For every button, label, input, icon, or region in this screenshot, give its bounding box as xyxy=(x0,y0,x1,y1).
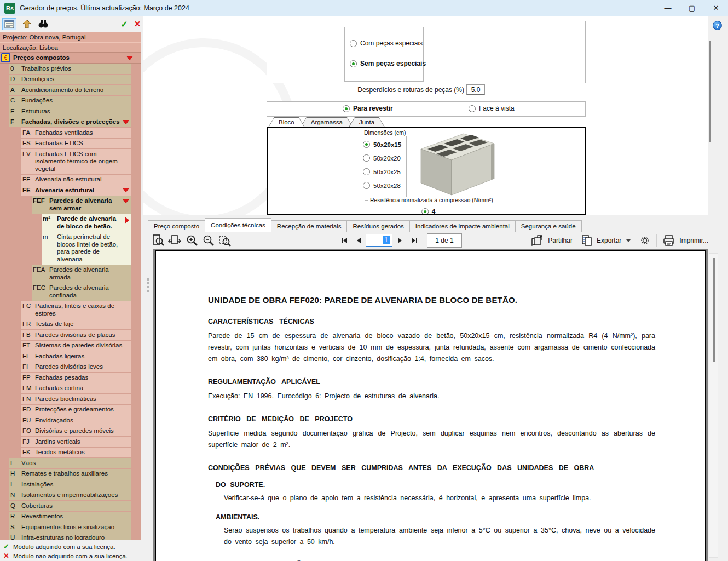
tree-item-FU[interactable]: FUEnvidraçados xyxy=(21,415,131,426)
export-button[interactable]: Exportar xyxy=(597,237,621,244)
radio-finish-1[interactable]: Face à vista xyxy=(469,105,515,112)
page-number-input[interactable]: 1 xyxy=(366,234,392,247)
tree-item-0[interactable]: 0Trabalhos prévios xyxy=(9,64,131,74)
doc-h3: DO SUPORTE. xyxy=(216,481,655,489)
tree-item-FA[interactable]: FAFachadas ventiladas xyxy=(21,128,131,138)
zoom-window-icon[interactable] xyxy=(218,233,232,248)
tree-item-A[interactable]: AAcondicionamento do terreno xyxy=(9,85,131,95)
tree-item-L[interactable]: LVãos xyxy=(9,458,131,468)
tree-item-FJ[interactable]: FJJardins verticais xyxy=(21,437,131,447)
document-scrollbar[interactable] xyxy=(709,253,718,558)
tree-item-I[interactable]: IInstalações xyxy=(9,479,131,490)
close-button[interactable]: ✕ xyxy=(704,0,728,16)
block-tab-bloco[interactable]: Bloco xyxy=(268,117,305,127)
tree-header[interactable]: € Preços compostos xyxy=(0,53,141,64)
tree-item-Q[interactable]: QCoberturas xyxy=(9,501,131,511)
tree-item-m[interactable]: mCinta perimetral de blocos lintel de be… xyxy=(42,232,131,265)
tab-condi-es-t-cnicas[interactable]: Condições técnicas xyxy=(205,218,271,232)
tree-item-code: 0 xyxy=(10,65,21,73)
form-view-icon[interactable] xyxy=(2,18,16,30)
search-icon[interactable] xyxy=(36,18,50,30)
accept-icon[interactable]: ✓ xyxy=(117,18,131,30)
tree-item-FK[interactable]: FKTecidos metálicos xyxy=(21,448,131,458)
print-button[interactable]: Imprimir... xyxy=(679,237,708,244)
window-title: Gerador de preços. Última actualização: … xyxy=(20,0,189,16)
tree-item-FD[interactable]: FDProtecções e gradeamentos xyxy=(21,405,131,415)
dimensions-fieldset: Dimensões (cm) 50x20x1550x20x2050x20x255… xyxy=(359,133,407,197)
tab-indicadores-de-impacte-ambiental[interactable]: Indicadores de impacte ambiental xyxy=(409,220,516,232)
share-icon[interactable] xyxy=(531,234,544,247)
location-row[interactable]: Localização: Lisboa xyxy=(0,42,141,53)
tree-item-label: Fachadas, divisões e protecções xyxy=(21,118,130,126)
panel-splitter[interactable] xyxy=(143,249,153,561)
level-up-icon[interactable] xyxy=(20,18,34,30)
tree-item-FF[interactable]: FFAlvenaria não estrutural xyxy=(21,175,131,185)
tree-item-FT[interactable]: FTSistemas de paredes divisórias xyxy=(21,341,131,351)
tree-item-FEA[interactable]: FEAParedes de alvenaria armada xyxy=(32,265,131,283)
print-icon[interactable] xyxy=(662,234,675,247)
minimize-button[interactable]: — xyxy=(656,0,680,16)
block-tab-junta[interactable]: Junta xyxy=(349,117,385,127)
tab-recep-o-de-materiais[interactable]: Recepção de materiais xyxy=(271,220,348,232)
tree-item-S[interactable]: SEquipamentos fixos e sinalização xyxy=(9,522,131,533)
tree-item-U[interactable]: UInfra-estruturas no logradouro xyxy=(9,533,131,540)
tree-item-FM[interactable]: FMFachadas cortina xyxy=(21,383,131,394)
scrollbar-thumb[interactable] xyxy=(713,258,715,362)
cancel-icon[interactable]: ✕ xyxy=(130,18,145,30)
maximize-button[interactable]: ▢ xyxy=(680,0,704,16)
tree-item-F[interactable]: FFachadas, divisões e protecções xyxy=(9,117,131,128)
radio-dimension-2[interactable]: 50x20x25 xyxy=(363,168,406,175)
block-tab-argamassa[interactable]: Argamassa xyxy=(301,117,353,127)
tree-item-label: Cinta perimetral de blocos lintel de bet… xyxy=(57,233,130,263)
tree-item-m²[interactable]: m²Parede de alvenaria de bloco de betão. xyxy=(42,214,131,232)
next-page-icon[interactable] xyxy=(395,236,405,245)
tree-item-E[interactable]: EEstruturas xyxy=(9,106,131,117)
tree-item-code: FJ xyxy=(22,438,35,446)
radio-dimension-0[interactable]: 50x20x15 xyxy=(363,141,406,148)
radio-special-pieces-1[interactable]: Sem peças especiais xyxy=(350,60,423,67)
fit-width-icon[interactable] xyxy=(167,233,182,248)
tree-item-H[interactable]: HRemates e trabalhos auxiliares xyxy=(9,469,131,479)
tree-item-FI[interactable]: FIParedes divisórias leves xyxy=(21,362,131,373)
tree-item-label: Fachadas ETICS com isolamento térmico de… xyxy=(35,151,130,173)
radio-circle-icon xyxy=(350,60,357,67)
export-icon[interactable] xyxy=(581,234,593,247)
tree-item-FE[interactable]: FEAlvenaria estrutural xyxy=(21,185,131,196)
tree-item-D[interactable]: DDemolições xyxy=(9,75,131,85)
radio-special-pieces-0[interactable]: Com peças especiais xyxy=(350,39,423,47)
radio-finish-0[interactable]: Para revestir xyxy=(343,105,393,112)
tab-seguran-a-e-sa-de[interactable]: Segurança e saúde xyxy=(515,220,582,232)
radio-dimension-3[interactable]: 50x20x28 xyxy=(363,182,406,189)
radio-resistance-0[interactable]: 4 xyxy=(421,208,436,215)
tab-pre-o-composto[interactable]: Preço composto xyxy=(148,220,205,232)
tree-item-FR[interactable]: FRTestas de laje xyxy=(21,319,131,330)
tree-item-label: Demolições xyxy=(21,76,130,83)
tree-item-FL[interactable]: FLFachadas ligeiras xyxy=(21,351,131,362)
tree-item-FS[interactable]: FSFachadas ETICS xyxy=(21,139,131,149)
zoom-in-icon[interactable] xyxy=(185,233,199,248)
first-page-icon[interactable] xyxy=(339,236,349,245)
share-button[interactable]: Partilhar xyxy=(548,237,573,244)
tree-item-FO[interactable]: FODivisórias e paredes móveis xyxy=(21,426,131,437)
tab-res-duos-gerados[interactable]: Resíduos gerados xyxy=(346,220,409,232)
settings-gear-icon[interactable] xyxy=(639,234,651,247)
previous-page-icon[interactable] xyxy=(354,236,363,245)
tree-item-FN[interactable]: FNParedes bioclimáticas xyxy=(21,394,131,404)
radio-dimension-1[interactable]: 50x20x20 xyxy=(363,154,406,162)
tree-item-C[interactable]: CFundações xyxy=(9,96,131,106)
project-row[interactable]: Projecto: Obra nova, Portugal xyxy=(0,32,141,42)
waste-input[interactable]: 5.0 xyxy=(466,84,485,95)
tree-item-FEF[interactable]: FEFParedes de alvenaria sem armar xyxy=(32,196,131,214)
tree-item-FP[interactable]: FPFachadas pesadas xyxy=(21,373,131,383)
tree-item-FEC[interactable]: FECParedes de alvenaria confinada xyxy=(32,283,131,301)
zoom-out-icon[interactable] xyxy=(201,233,216,248)
help-icon[interactable]: ? xyxy=(713,21,722,30)
tree-item-N[interactable]: NIsolamentos e impermeabilizações xyxy=(9,490,131,501)
tree-item-FC[interactable]: FCPadieiras, lintéis e caixas de estores xyxy=(21,301,131,319)
zoom-page-icon[interactable] xyxy=(151,233,165,248)
last-page-icon[interactable] xyxy=(409,236,419,245)
tree-item-R[interactable]: RRevestimentos xyxy=(9,512,131,522)
options-scrollbar[interactable] xyxy=(709,41,711,142)
tree-item-FV[interactable]: FVFachadas ETICS com isolamento térmico … xyxy=(21,149,131,174)
tree-item-FB[interactable]: FBParedes divisórias de placas xyxy=(21,330,131,340)
